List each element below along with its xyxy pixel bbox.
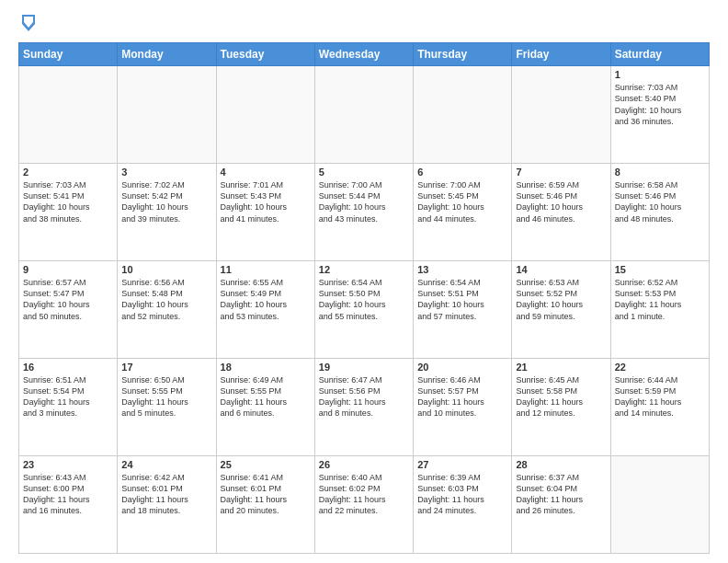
day-number: 23: [23, 459, 113, 470]
day-info: Sunrise: 7:03 AM Sunset: 5:40 PM Dayligh…: [615, 82, 705, 127]
calendar: SundayMondayTuesdayWednesdayThursdayFrid…: [18, 42, 710, 554]
calendar-cell: [414, 66, 512, 164]
day-info: Sunrise: 6:44 AM Sunset: 5:59 PM Dayligh…: [615, 374, 705, 419]
day-info: Sunrise: 6:47 AM Sunset: 5:56 PM Dayligh…: [319, 374, 409, 419]
calendar-cell: 9Sunrise: 6:57 AM Sunset: 5:47 PM Daylig…: [19, 261, 118, 359]
weekday-sunday: Sunday: [19, 43, 118, 66]
calendar-cell: 27Sunrise: 6:39 AM Sunset: 6:03 PM Dayli…: [414, 456, 512, 554]
day-number: 4: [221, 167, 311, 178]
logo-text: [18, 15, 37, 33]
calendar-cell: 4Sunrise: 7:01 AM Sunset: 5:43 PM Daylig…: [216, 164, 314, 261]
calendar-cell: 22Sunrise: 6:44 AM Sunset: 5:59 PM Dayli…: [610, 359, 709, 456]
day-info: Sunrise: 7:00 AM Sunset: 5:44 PM Dayligh…: [319, 179, 409, 224]
calendar-cell: 26Sunrise: 6:40 AM Sunset: 6:02 PM Dayli…: [314, 456, 413, 554]
day-info: Sunrise: 6:58 AM Sunset: 5:46 PM Dayligh…: [615, 179, 705, 224]
day-number: 14: [516, 264, 606, 275]
day-number: 26: [319, 459, 409, 470]
day-number: 2: [23, 167, 113, 178]
calendar-cell: 3Sunrise: 7:02 AM Sunset: 5:42 PM Daylig…: [118, 164, 216, 261]
weekday-friday: Friday: [512, 43, 610, 66]
day-number: 20: [417, 362, 507, 373]
day-number: 5: [319, 167, 409, 178]
calendar-cell: 11Sunrise: 6:55 AM Sunset: 5:49 PM Dayli…: [216, 261, 314, 359]
calendar-cell: 21Sunrise: 6:45 AM Sunset: 5:58 PM Dayli…: [512, 359, 610, 456]
day-info: Sunrise: 6:57 AM Sunset: 5:47 PM Dayligh…: [23, 277, 113, 322]
weekday-row: SundayMondayTuesdayWednesdayThursdayFrid…: [19, 43, 710, 66]
day-number: 28: [516, 459, 606, 470]
day-info: Sunrise: 6:50 AM Sunset: 5:55 PM Dayligh…: [121, 374, 211, 419]
day-info: Sunrise: 6:52 AM Sunset: 5:53 PM Dayligh…: [615, 277, 705, 322]
weekday-saturday: Saturday: [610, 43, 709, 66]
day-number: 17: [121, 362, 211, 373]
day-number: 10: [121, 264, 211, 275]
calendar-cell: 19Sunrise: 6:47 AM Sunset: 5:56 PM Dayli…: [314, 359, 413, 456]
day-info: Sunrise: 7:00 AM Sunset: 5:45 PM Dayligh…: [417, 179, 507, 224]
day-number: 22: [615, 362, 705, 373]
day-info: Sunrise: 6:51 AM Sunset: 5:54 PM Dayligh…: [23, 374, 113, 419]
day-number: 12: [319, 264, 409, 275]
calendar-cell: 8Sunrise: 6:58 AM Sunset: 5:46 PM Daylig…: [610, 164, 709, 261]
day-number: 8: [615, 167, 705, 178]
calendar-week-3: 16Sunrise: 6:51 AM Sunset: 5:54 PM Dayli…: [19, 359, 710, 456]
day-info: Sunrise: 6:54 AM Sunset: 5:51 PM Dayligh…: [417, 277, 507, 322]
calendar-cell: [118, 66, 216, 164]
day-info: Sunrise: 6:40 AM Sunset: 6:02 PM Dayligh…: [319, 472, 409, 517]
calendar-cell: 12Sunrise: 6:54 AM Sunset: 5:50 PM Dayli…: [314, 261, 413, 359]
day-info: Sunrise: 6:45 AM Sunset: 5:58 PM Dayligh…: [516, 374, 606, 419]
calendar-cell: [216, 66, 314, 164]
calendar-cell: 10Sunrise: 6:56 AM Sunset: 5:48 PM Dayli…: [118, 261, 216, 359]
calendar-cell: 28Sunrise: 6:37 AM Sunset: 6:04 PM Dayli…: [512, 456, 610, 554]
day-info: Sunrise: 6:59 AM Sunset: 5:46 PM Dayligh…: [516, 179, 606, 224]
calendar-cell: 25Sunrise: 6:41 AM Sunset: 6:01 PM Dayli…: [216, 456, 314, 554]
day-info: Sunrise: 6:42 AM Sunset: 6:01 PM Dayligh…: [121, 472, 211, 517]
day-number: 9: [23, 264, 113, 275]
calendar-week-2: 9Sunrise: 6:57 AM Sunset: 5:47 PM Daylig…: [19, 261, 710, 359]
calendar-cell: 14Sunrise: 6:53 AM Sunset: 5:52 PM Dayli…: [512, 261, 610, 359]
day-info: Sunrise: 7:01 AM Sunset: 5:43 PM Dayligh…: [221, 179, 311, 224]
day-info: Sunrise: 6:37 AM Sunset: 6:04 PM Dayligh…: [516, 472, 606, 517]
page: SundayMondayTuesdayWednesdayThursdayFrid…: [0, 0, 728, 563]
calendar-cell: 7Sunrise: 6:59 AM Sunset: 5:46 PM Daylig…: [512, 164, 610, 261]
day-info: Sunrise: 6:46 AM Sunset: 5:57 PM Dayligh…: [417, 374, 507, 419]
logo: [18, 15, 37, 33]
day-info: Sunrise: 6:54 AM Sunset: 5:50 PM Dayligh…: [319, 277, 409, 322]
day-info: Sunrise: 6:43 AM Sunset: 6:00 PM Dayligh…: [23, 472, 113, 517]
calendar-cell: 18Sunrise: 6:49 AM Sunset: 5:55 PM Dayli…: [216, 359, 314, 456]
calendar-cell: 5Sunrise: 7:00 AM Sunset: 5:44 PM Daylig…: [314, 164, 413, 261]
calendar-cell: 17Sunrise: 6:50 AM Sunset: 5:55 PM Dayli…: [118, 359, 216, 456]
calendar-cell: 13Sunrise: 6:54 AM Sunset: 5:51 PM Dayli…: [414, 261, 512, 359]
weekday-monday: Monday: [118, 43, 216, 66]
day-info: Sunrise: 6:53 AM Sunset: 5:52 PM Dayligh…: [516, 277, 606, 322]
day-info: Sunrise: 6:49 AM Sunset: 5:55 PM Dayligh…: [221, 374, 311, 419]
day-number: 24: [121, 459, 211, 470]
day-number: 25: [221, 459, 311, 470]
day-info: Sunrise: 7:03 AM Sunset: 5:41 PM Dayligh…: [23, 179, 113, 224]
calendar-body: 1Sunrise: 7:03 AM Sunset: 5:40 PM Daylig…: [19, 66, 710, 554]
calendar-week-4: 23Sunrise: 6:43 AM Sunset: 6:00 PM Dayli…: [19, 456, 710, 554]
day-info: Sunrise: 6:56 AM Sunset: 5:48 PM Dayligh…: [121, 277, 211, 322]
day-number: 13: [417, 264, 507, 275]
day-number: 15: [615, 264, 705, 275]
day-number: 21: [516, 362, 606, 373]
day-number: 19: [319, 362, 409, 373]
day-number: 6: [417, 167, 507, 178]
calendar-week-1: 2Sunrise: 7:03 AM Sunset: 5:41 PM Daylig…: [19, 164, 710, 261]
day-number: 27: [417, 459, 507, 470]
day-info: Sunrise: 6:55 AM Sunset: 5:49 PM Dayligh…: [221, 277, 311, 322]
day-number: 16: [23, 362, 113, 373]
weekday-wednesday: Wednesday: [314, 43, 413, 66]
logo-icon: [20, 13, 37, 33]
calendar-cell: [314, 66, 413, 164]
day-info: Sunrise: 7:02 AM Sunset: 5:42 PM Dayligh…: [121, 179, 211, 224]
day-number: 7: [516, 167, 606, 178]
calendar-cell: 16Sunrise: 6:51 AM Sunset: 5:54 PM Dayli…: [19, 359, 118, 456]
calendar-cell: [512, 66, 610, 164]
day-number: 3: [121, 167, 211, 178]
calendar-cell: 24Sunrise: 6:42 AM Sunset: 6:01 PM Dayli…: [118, 456, 216, 554]
calendar-cell: 1Sunrise: 7:03 AM Sunset: 5:40 PM Daylig…: [610, 66, 709, 164]
day-info: Sunrise: 6:39 AM Sunset: 6:03 PM Dayligh…: [417, 472, 507, 517]
calendar-cell: 23Sunrise: 6:43 AM Sunset: 6:00 PM Dayli…: [19, 456, 118, 554]
calendar-header: SundayMondayTuesdayWednesdayThursdayFrid…: [19, 43, 710, 66]
day-number: 18: [221, 362, 311, 373]
calendar-cell: [19, 66, 118, 164]
